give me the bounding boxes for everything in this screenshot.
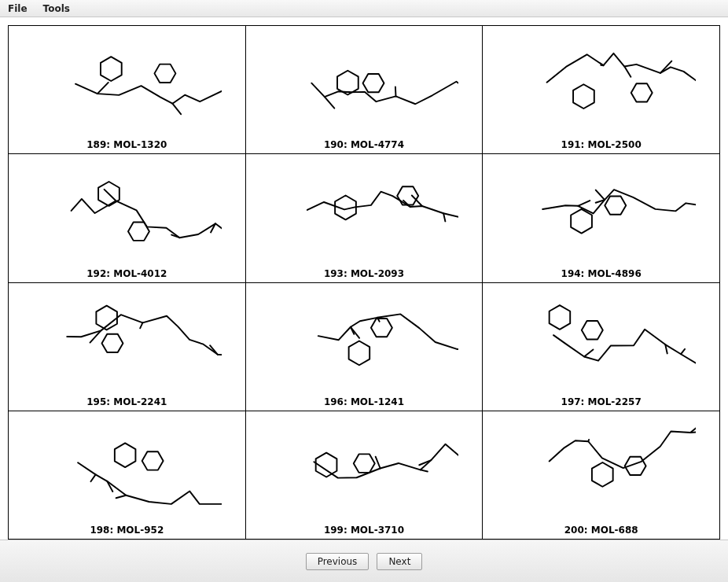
svg-marker-31 — [102, 334, 123, 352]
svg-line-17 — [105, 190, 116, 201]
molecule-structure-icon — [246, 26, 483, 139]
svg-marker-0 — [101, 57, 122, 82]
svg-marker-26 — [605, 196, 627, 214]
svg-line-3 — [97, 83, 108, 94]
svg-marker-10 — [573, 85, 594, 109]
next-button[interactable]: Next — [377, 553, 422, 570]
svg-marker-16 — [128, 222, 149, 240]
svg-line-23 — [443, 213, 445, 221]
molecule-label: 194: MOL-4896 — [561, 268, 642, 279]
molecule-grid: 189: MOL-1320 190: MOL-4774 191: MOL-250… — [8, 25, 720, 540]
svg-marker-25 — [572, 209, 593, 234]
footer-bar: Previous Next — [0, 540, 728, 582]
molecule-cell[interactable]: 189: MOL-1320 — [9, 26, 246, 154]
molecule-structure-icon — [483, 154, 719, 267]
molecule-structure-icon — [246, 154, 483, 267]
molecule-cell[interactable]: 194: MOL-4896 — [483, 154, 720, 282]
molecule-label: 197: MOL-2257 — [561, 396, 642, 407]
svg-line-47 — [116, 495, 127, 498]
menu-file[interactable]: File — [5, 2, 31, 15]
molecule-cell[interactable]: 195: MOL-2241 — [9, 282, 246, 411]
molecule-label: 189: MOL-1320 — [86, 139, 167, 150]
molecule-structure-icon — [9, 154, 245, 267]
molecule-structure-icon — [246, 411, 483, 525]
molecule-label: 191: MOL-2500 — [561, 139, 642, 150]
menubar: File Tools — [0, 0, 728, 17]
svg-line-28 — [579, 201, 590, 206]
svg-marker-35 — [348, 341, 370, 366]
molecule-cell[interactable]: 191: MOL-2500 — [483, 26, 720, 154]
svg-marker-11 — [631, 84, 653, 102]
molecule-grid-container: 189: MOL-1320 190: MOL-4774 191: MOL-250… — [0, 17, 728, 540]
svg-marker-55 — [592, 462, 613, 487]
svg-line-54 — [420, 470, 427, 472]
svg-marker-40 — [550, 305, 571, 330]
svg-marker-5 — [337, 71, 358, 95]
svg-line-33 — [140, 322, 142, 328]
svg-line-2 — [172, 104, 181, 114]
molecule-label: 192: MOL-4012 — [86, 268, 167, 279]
molecule-cell[interactable]: 190: MOL-4774 — [245, 26, 483, 154]
svg-line-42 — [584, 350, 593, 357]
svg-marker-21 — [397, 186, 418, 204]
molecule-cell[interactable]: 197: MOL-2257 — [483, 282, 720, 411]
molecule-cell[interactable]: 192: MOL-4012 — [9, 154, 246, 282]
svg-line-9 — [395, 87, 396, 97]
svg-marker-51 — [354, 455, 375, 473]
molecule-label: 190: MOL-4774 — [324, 139, 404, 150]
molecule-structure-icon — [483, 26, 719, 139]
molecule-structure-icon — [483, 411, 719, 525]
molecule-cell[interactable]: 196: MOL-1241 — [245, 282, 483, 411]
molecule-label: 193: MOL-2093 — [324, 268, 404, 279]
molecule-cell[interactable]: 198: MOL-952 — [9, 411, 246, 539]
molecule-label: 199: MOL-3710 — [324, 525, 404, 536]
molecule-structure-icon — [9, 283, 245, 396]
svg-marker-36 — [371, 319, 392, 337]
svg-line-7 — [325, 98, 335, 109]
menu-tools[interactable]: Tools — [40, 2, 73, 15]
molecule-label: 196: MOL-1241 — [324, 396, 404, 407]
svg-line-13 — [625, 67, 631, 77]
svg-line-57 — [589, 440, 590, 441]
svg-marker-1 — [155, 64, 176, 83]
molecule-label: 195: MOL-2241 — [86, 396, 167, 407]
molecule-cell[interactable]: 200: MOL-688 — [483, 411, 720, 539]
previous-button[interactable]: Previous — [306, 553, 370, 570]
molecule-cell[interactable]: 193: MOL-2093 — [245, 154, 483, 282]
molecule-cell[interactable]: 199: MOL-3710 — [245, 411, 483, 539]
molecule-structure-icon — [9, 411, 245, 525]
molecule-structure-icon — [483, 283, 719, 396]
svg-marker-6 — [362, 74, 384, 92]
svg-marker-41 — [582, 321, 603, 339]
svg-marker-45 — [115, 444, 136, 468]
svg-line-48 — [91, 475, 96, 482]
molecule-structure-icon — [246, 283, 483, 396]
svg-line-44 — [681, 349, 685, 354]
svg-line-38 — [351, 327, 359, 338]
svg-line-27 — [596, 190, 605, 200]
molecule-structure-icon — [9, 26, 245, 139]
molecule-label: 198: MOL-952 — [90, 525, 164, 536]
svg-line-52 — [375, 457, 380, 469]
svg-marker-46 — [142, 452, 164, 470]
molecule-label: 200: MOL-688 — [564, 525, 638, 536]
